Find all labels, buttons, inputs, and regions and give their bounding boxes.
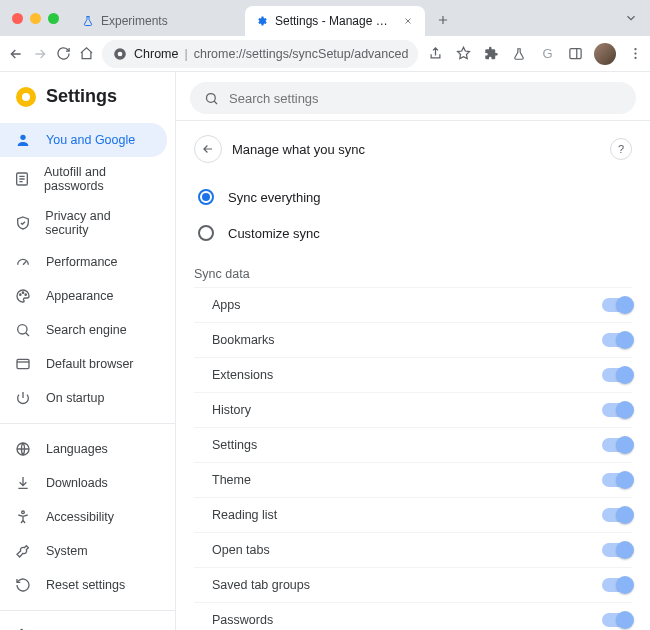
traffic-lights (12, 13, 59, 24)
sync-toggle[interactable] (602, 438, 632, 452)
sync-item-label: Bookmarks (212, 333, 602, 347)
sync-row: Bookmarks (194, 322, 632, 357)
sync-toggle[interactable] (602, 368, 632, 382)
omnibox-scheme: Chrome (134, 47, 178, 61)
address-bar[interactable]: Chrome | chrome://settings/syncSetup/adv… (102, 40, 418, 68)
sync-item-label: Extensions (212, 368, 602, 382)
shield-icon (14, 214, 31, 232)
menu-icon[interactable] (626, 45, 644, 63)
window-zoom-button[interactable] (48, 13, 59, 24)
sync-toggle[interactable] (602, 333, 632, 347)
sync-toggle[interactable] (602, 578, 632, 592)
sync-toggle[interactable] (602, 613, 632, 627)
radio-customize-sync[interactable]: Customize sync (194, 217, 632, 253)
puzzle-icon[interactable] (482, 45, 500, 63)
search-icon (204, 91, 219, 106)
chevron-down-icon[interactable] (620, 7, 642, 29)
sync-row: Apps (194, 287, 632, 322)
forward-button[interactable] (32, 41, 48, 67)
sidebar-item-languages[interactable]: Languages (0, 432, 167, 466)
sync-toggle[interactable] (602, 473, 632, 487)
browser-icon (14, 355, 32, 373)
sidebar-item-startup[interactable]: On startup (0, 381, 167, 415)
sidebar-item-performance[interactable]: Performance (0, 245, 167, 279)
svg-point-18 (207, 93, 216, 102)
svg-point-2 (118, 51, 123, 56)
back-button[interactable] (8, 41, 24, 67)
sidebar-item-label: Search engine (46, 323, 127, 337)
sync-item-label: Reading list (212, 508, 602, 522)
svg-point-4 (634, 48, 636, 50)
svg-point-12 (18, 325, 27, 334)
sync-item-label: Passwords (212, 613, 602, 627)
page-back-button[interactable] (194, 135, 222, 163)
chrome-settings-icon (16, 87, 36, 107)
sidebar-separator (0, 610, 175, 611)
sidebar-item-label: Privacy and security (45, 209, 153, 237)
sidebar-item-default-browser[interactable]: Default browser (0, 347, 167, 381)
sync-toggle[interactable] (602, 543, 632, 557)
radio-icon (198, 189, 214, 205)
sidebar-item-label: System (46, 544, 88, 558)
sync-toggle[interactable] (602, 403, 632, 417)
svg-point-9 (20, 294, 21, 295)
sync-item-label: History (212, 403, 602, 417)
power-icon (14, 389, 32, 407)
sidebar-item-extensions[interactable]: Extensions (0, 619, 167, 630)
home-button[interactable] (79, 41, 94, 67)
autofill-icon (14, 170, 30, 188)
sidebar-item-label: Reset settings (46, 578, 125, 592)
svg-point-7 (20, 135, 25, 140)
search-icon (14, 321, 32, 339)
sync-row: Settings (194, 427, 632, 462)
sidebar-item-system[interactable]: System (0, 534, 167, 568)
sidebar-item-autofill[interactable]: Autofill and passwords (0, 157, 167, 201)
sidebar-item-you-google[interactable]: You and Google (0, 123, 167, 157)
star-icon[interactable] (454, 45, 472, 63)
sidebar-item-downloads[interactable]: Downloads (0, 466, 167, 500)
sync-row: History (194, 392, 632, 427)
sidebar-item-appearance[interactable]: Appearance (0, 279, 167, 313)
svg-point-10 (22, 292, 23, 293)
svg-point-6 (634, 57, 636, 59)
sync-row: Reading list (194, 497, 632, 532)
profile-avatar[interactable] (594, 43, 616, 65)
tab-title: Experiments (101, 14, 231, 28)
reset-icon (14, 576, 32, 594)
g-icon[interactable]: G (538, 45, 556, 63)
chrome-icon (112, 46, 128, 62)
svg-rect-13 (17, 359, 29, 368)
window-close-button[interactable] (12, 13, 23, 24)
browser-tab-experiments[interactable]: Experiments (71, 6, 241, 36)
browser-tab-settings[interactable]: Settings - Manage what you s (245, 6, 425, 36)
search-input[interactable] (229, 91, 622, 106)
sidebar-item-privacy[interactable]: Privacy and security (0, 201, 167, 245)
sync-toggle[interactable] (602, 508, 632, 522)
sync-item-label: Settings (212, 438, 602, 452)
gear-icon (255, 14, 269, 28)
window-minimize-button[interactable] (30, 13, 41, 24)
sidebar-item-label: Downloads (46, 476, 108, 490)
sidebar-item-accessibility[interactable]: Accessibility (0, 500, 167, 534)
palette-icon (14, 287, 32, 305)
reload-button[interactable] (56, 41, 71, 67)
settings-sidebar: You and GoogleAutofill and passwordsPriv… (0, 117, 175, 630)
radio-sync-everything[interactable]: Sync everything (194, 181, 632, 217)
new-tab-button[interactable] (429, 6, 457, 34)
panel-icon[interactable] (566, 45, 584, 63)
sync-row: Passwords (194, 602, 632, 630)
help-button[interactable]: ? (610, 138, 632, 160)
sidebar-item-search-engine[interactable]: Search engine (0, 313, 167, 347)
sync-toggle[interactable] (602, 298, 632, 312)
close-icon[interactable] (401, 14, 415, 28)
sync-row: Theme (194, 462, 632, 497)
sidebar-item-label: On startup (46, 391, 104, 405)
sidebar-item-label: Default browser (46, 357, 134, 371)
tab-title: Settings - Manage what you s (275, 14, 395, 28)
browser-toolbar: Chrome | chrome://settings/syncSetup/adv… (0, 36, 650, 72)
share-icon[interactable] (426, 45, 444, 63)
search-settings-box[interactable] (190, 82, 636, 114)
flask-icon[interactable] (510, 45, 528, 63)
sidebar-item-reset[interactable]: Reset settings (0, 568, 167, 602)
sidebar-item-label: Languages (46, 442, 108, 456)
